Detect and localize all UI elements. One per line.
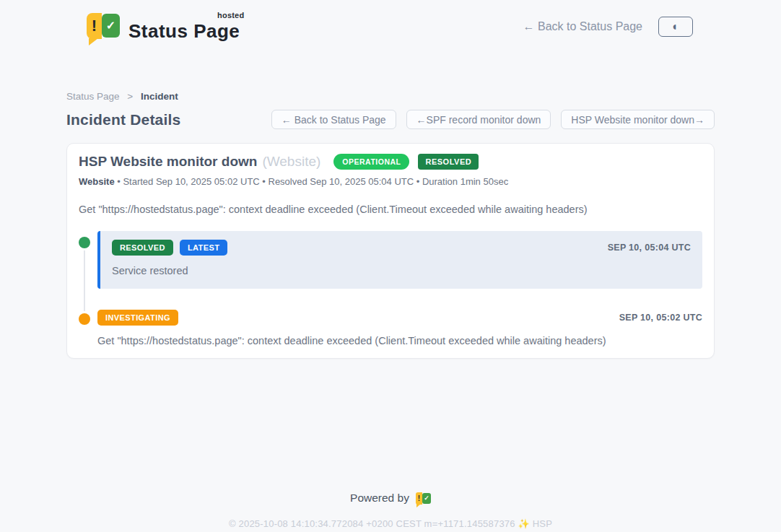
powered-by[interactable]: Powered by ! ✓ [350, 492, 431, 505]
breadcrumb: Status Page > Incident [66, 91, 715, 102]
incident-title-row: HSP Website monitor down (Website) OPERA… [79, 154, 702, 170]
latest-badge: LATEST [180, 240, 227, 256]
investigating-dot-icon [79, 313, 90, 325]
breadcrumb-current: Incident [141, 91, 178, 102]
incident-component: (Website) [262, 154, 320, 170]
breadcrumb-root[interactable]: Status Page [66, 91, 120, 102]
header: ! ✓ Status Page hosted ← Back to Status … [66, 0, 715, 40]
resolved-badge: RESOLVED [112, 240, 173, 256]
timeline-entry-content: RESOLVED LATEST SEP 10, 05:04 UTC Servic… [97, 231, 702, 289]
copyright-line: © 2025-10-08 14:10:34.772084 +0200 CEST … [66, 518, 715, 529]
incident-nav-buttons: ← Back to Status Page ←SPF record monito… [271, 110, 715, 129]
page-container: ! ✓ Status Page hosted ← Back to Status … [66, 0, 715, 529]
timeline-entry-header: RESOLVED LATEST SEP 10, 05:04 UTC [112, 240, 691, 256]
brand-name: Status Page hosted [128, 13, 240, 40]
timeline-badges: INVESTIGATING [97, 310, 178, 326]
incident-description: Get "https://hostedstatus.page": context… [79, 204, 702, 215]
incident-meta-component: Website [79, 176, 115, 187]
incident-timeline: RESOLVED LATEST SEP 10, 05:04 UTC Servic… [79, 231, 702, 346]
title-row: Incident Details ← Back to Status Page ←… [66, 110, 715, 129]
incident-meta-details: • Started Sep 10, 2025 05:02 UTC • Resol… [115, 176, 509, 187]
checkmark-icon: ✓ [422, 493, 431, 504]
theme-toggle-icon: ◐ [672, 21, 679, 32]
bubble-tail [416, 504, 421, 507]
powered-by-label: Powered by [350, 492, 409, 505]
timeline-connector-line [84, 248, 85, 315]
next-incident-button[interactable]: HSP Website monitor down→ [561, 110, 715, 129]
page-title: Incident Details [66, 111, 180, 128]
operational-status-badge: OPERATIONAL [333, 154, 409, 170]
timeline-timestamp: SEP 10, 05:04 UTC [608, 243, 691, 253]
timeline-dot-column [79, 308, 90, 346]
incident-meta: Website • Started Sep 10, 2025 05:02 UTC… [79, 176, 702, 187]
investigating-badge: INVESTIGATING [97, 310, 178, 326]
brand-logo: ! ✓ Status Page hosted [87, 13, 240, 40]
back-to-status-page-button[interactable]: ← Back to Status Page [271, 110, 396, 129]
timeline-badges: RESOLVED LATEST [112, 240, 227, 256]
resolved-status-badge: RESOLVED [418, 154, 479, 170]
timeline-entry-investigating: INVESTIGATING SEP 10, 05:02 UTC Get "htt… [79, 308, 702, 346]
timeline-message: Service restored [112, 265, 691, 276]
timeline-entry-resolved: RESOLVED LATEST SEP 10, 05:04 UTC Servic… [79, 231, 702, 289]
timeline-entry-content: INVESTIGATING SEP 10, 05:02 UTC Get "htt… [97, 308, 702, 346]
checkmark-icon: ✓ [102, 14, 120, 38]
header-actions: ← Back to Status Page ◐ [523, 17, 693, 37]
resolved-dot-icon [79, 237, 90, 248]
breadcrumb-separator: > [127, 91, 133, 102]
previous-incident-button[interactable]: ←SPF record monitor down [406, 110, 551, 129]
brand-logo-icon: ! ✓ [87, 13, 120, 39]
timeline-message: Get "https://hostedstatus.page": context… [97, 335, 702, 346]
timeline-entry-header: INVESTIGATING SEP 10, 05:02 UTC [97, 310, 702, 326]
exclamation-icon: ! [416, 492, 422, 505]
timeline-timestamp: SEP 10, 05:02 UTC [619, 313, 702, 323]
powered-by-logo-icon: ! ✓ [416, 492, 431, 505]
theme-toggle-button[interactable]: ◐ [658, 17, 693, 37]
header-back-link[interactable]: ← Back to Status Page [523, 20, 642, 33]
incident-title: HSP Website monitor down [79, 154, 257, 170]
bubble-tail [89, 38, 98, 45]
incident-card: HSP Website monitor down (Website) OPERA… [66, 143, 715, 359]
brand-superscript: hosted [217, 12, 244, 19]
footer: Powered by ! ✓ © 2025-10-08 14:10:34.772… [66, 492, 715, 529]
exclamation-icon: ! [87, 13, 102, 39]
